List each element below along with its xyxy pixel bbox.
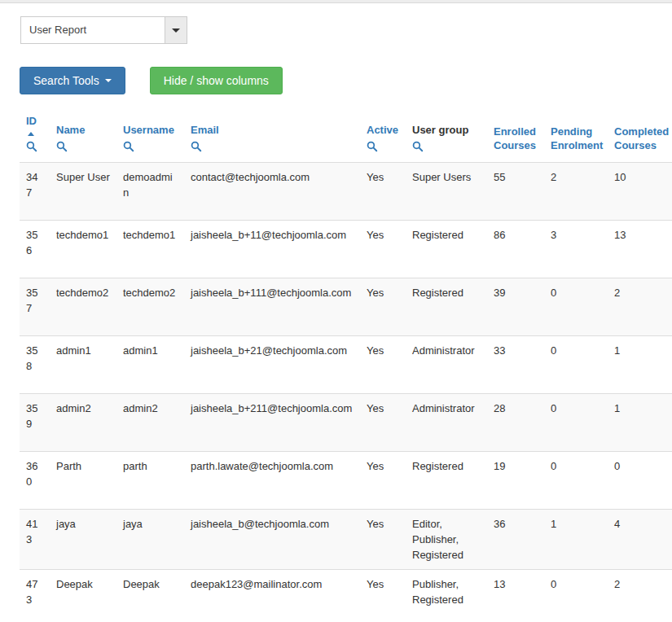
cell-pending: 0 bbox=[544, 278, 608, 336]
cell-name: Deepak bbox=[50, 570, 116, 622]
col-sort-pending[interactable]: Pending Enrolment bbox=[551, 125, 603, 152]
col-sort-completed[interactable]: Completed Courses bbox=[614, 125, 669, 152]
table-row: 357techdemo2techdemo2jaisheela_b+111@tec… bbox=[20, 278, 672, 336]
col-sort-usergroup: User group bbox=[412, 123, 468, 137]
cell-email: jaisheela_b+111@techjoomla.com bbox=[184, 278, 360, 336]
cell-email: jaisheela_b+211@techjoomla.com bbox=[184, 394, 360, 452]
cell-name: techdemo2 bbox=[50, 278, 116, 336]
col-sort-enrolled[interactable]: Enrolled Courses bbox=[494, 125, 538, 152]
cell-username: admin2 bbox=[116, 394, 184, 452]
cell-name: Parth bbox=[50, 452, 116, 510]
col-sort-username[interactable]: Username bbox=[123, 123, 174, 137]
cell-completed: 10 bbox=[608, 163, 672, 221]
cell-usergroup: Administrator bbox=[406, 394, 487, 452]
search-tools-button[interactable]: Search Tools bbox=[20, 67, 125, 94]
cell-id: 357 bbox=[20, 278, 50, 336]
cell-pending: 1 bbox=[544, 510, 608, 570]
cell-username: techdemo2 bbox=[116, 278, 184, 336]
search-icon[interactable] bbox=[191, 141, 202, 152]
col-header-username: Username bbox=[116, 107, 184, 163]
cell-pending: 0 bbox=[544, 394, 608, 452]
table-row: 356techdemo1techdemo1jaisheela_b+11@tech… bbox=[20, 221, 672, 278]
cell-completed: 2 bbox=[608, 278, 672, 336]
hide-show-columns-button[interactable]: Hide / show columns bbox=[150, 67, 283, 94]
cell-username: jaya bbox=[116, 510, 184, 570]
cell-username: parth bbox=[116, 452, 184, 510]
cell-completed: 2 bbox=[608, 570, 672, 622]
cell-email: jaisheela_b@techjoomla.com bbox=[184, 510, 360, 570]
cell-active: Yes bbox=[360, 278, 406, 336]
cell-active: Yes bbox=[360, 221, 406, 278]
cell-username: demoadmin bbox=[116, 163, 184, 221]
col-header-active: Active bbox=[360, 107, 406, 163]
cell-name: admin2 bbox=[50, 394, 116, 452]
cell-active: Yes bbox=[360, 510, 406, 570]
report-type-dropdown-button[interactable] bbox=[165, 17, 187, 43]
cell-id: 360 bbox=[20, 452, 50, 510]
caret-down-icon bbox=[105, 79, 112, 82]
table-row: 358admin1admin1jaisheela_b+21@techjoomla… bbox=[20, 336, 672, 394]
cell-active: Yes bbox=[360, 394, 406, 452]
cell-pending: 3 bbox=[544, 221, 608, 278]
sort-ascending-icon bbox=[28, 132, 34, 136]
top-divider bbox=[0, 0, 672, 3]
col-sort-name[interactable]: Name bbox=[56, 123, 85, 137]
col-sort-email[interactable]: Email bbox=[191, 123, 219, 137]
cell-id: 358 bbox=[20, 336, 50, 394]
cell-username: Deepak bbox=[116, 570, 184, 622]
cell-enrolled: 13 bbox=[487, 570, 544, 622]
col-header-usergroup: User group bbox=[406, 107, 487, 163]
table-row: 347Super Userdemoadmincontact@techjoomla… bbox=[20, 163, 672, 221]
cell-completed: 1 bbox=[608, 336, 672, 394]
cell-completed: 13 bbox=[608, 221, 672, 278]
search-icon[interactable] bbox=[412, 141, 424, 152]
cell-email: jaisheela_b+21@techjoomla.com bbox=[184, 336, 360, 394]
table-row: 413jayajayajaisheela_b@techjoomla.comYes… bbox=[20, 510, 672, 570]
cell-name: techdemo1 bbox=[50, 221, 116, 278]
cell-enrolled: 86 bbox=[487, 221, 544, 278]
cell-id: 413 bbox=[20, 510, 50, 570]
cell-id: 473 bbox=[20, 570, 50, 622]
cell-usergroup: Administrator bbox=[406, 336, 487, 394]
hide-show-columns-label: Hide / show columns bbox=[164, 74, 269, 87]
search-icon[interactable] bbox=[367, 141, 378, 152]
col-header-name: Name bbox=[50, 107, 116, 163]
cell-active: Yes bbox=[360, 570, 406, 622]
col-header-completed: Completed Courses bbox=[608, 107, 672, 163]
table-row: 473DeepakDeepakdeepak123@mailinator.comY… bbox=[20, 570, 672, 622]
cell-email: jaisheela_b+11@techjoomla.com bbox=[184, 221, 360, 278]
cell-enrolled: 39 bbox=[487, 278, 544, 336]
report-type-select[interactable]: User Report bbox=[20, 16, 187, 44]
search-icon[interactable] bbox=[56, 141, 68, 152]
col-sort-id[interactable]: ID bbox=[26, 114, 37, 128]
cell-usergroup: Registered bbox=[406, 278, 487, 336]
cell-usergroup: Publisher, Registered bbox=[406, 570, 487, 622]
report-type-value: User Report bbox=[21, 17, 161, 43]
col-header-enrolled: Enrolled Courses bbox=[487, 107, 544, 163]
cell-pending: 0 bbox=[544, 452, 608, 510]
cell-completed: 4 bbox=[608, 510, 672, 570]
search-icon[interactable] bbox=[123, 141, 134, 152]
cell-name: Super User bbox=[50, 163, 116, 221]
cell-usergroup: Registered bbox=[406, 452, 487, 510]
cell-email: deepak123@mailinator.com bbox=[184, 570, 360, 622]
cell-pending: 0 bbox=[544, 336, 608, 394]
user-report-table: IDNameUsernameEmailActiveUser groupEnrol… bbox=[20, 107, 672, 622]
table-header: IDNameUsernameEmailActiveUser groupEnrol… bbox=[20, 107, 672, 163]
col-sort-active[interactable]: Active bbox=[367, 123, 398, 137]
cell-enrolled: 36 bbox=[487, 510, 544, 570]
cell-enrolled: 19 bbox=[487, 452, 544, 510]
col-header-pending: Pending Enrolment bbox=[544, 107, 608, 163]
table-row: 360Parthparthparth.lawate@techjoomla.com… bbox=[20, 452, 672, 510]
cell-id: 359 bbox=[20, 394, 50, 452]
cell-completed: 1 bbox=[608, 394, 672, 452]
search-icon[interactable] bbox=[26, 141, 37, 152]
cell-username: techdemo1 bbox=[116, 221, 184, 278]
cell-enrolled: 33 bbox=[487, 336, 544, 394]
col-header-id: ID bbox=[20, 107, 50, 163]
cell-completed: 0 bbox=[608, 452, 672, 510]
col-header-email: Email bbox=[184, 107, 360, 163]
chevron-down-icon bbox=[172, 28, 180, 33]
cell-active: Yes bbox=[360, 452, 406, 510]
cell-id: 347 bbox=[20, 163, 50, 221]
